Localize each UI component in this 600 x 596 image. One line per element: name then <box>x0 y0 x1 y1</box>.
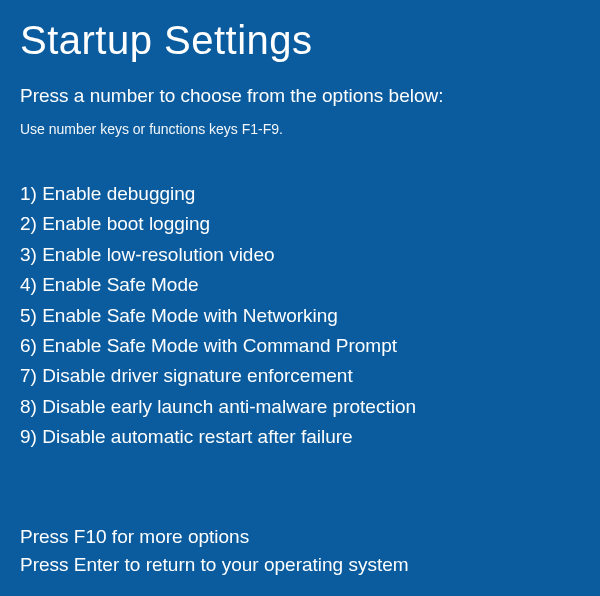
option-label: Disable early launch anti-malware protec… <box>42 396 416 417</box>
option-enable-low-resolution-video[interactable]: 3) Enable low-resolution video <box>20 240 580 270</box>
option-label: Enable Safe Mode with Command Prompt <box>42 335 397 356</box>
option-label: Enable boot logging <box>42 213 210 234</box>
option-disable-early-launch-antimalware[interactable]: 8) Disable early launch anti-malware pro… <box>20 392 580 422</box>
more-options-hint: Press F10 for more options <box>20 523 580 552</box>
key-hint-text: Use number keys or functions keys F1-F9. <box>20 121 580 137</box>
option-label: Enable low-resolution video <box>42 244 274 265</box>
option-label: Disable driver signature enforcement <box>42 365 353 386</box>
option-label: Disable automatic restart after failure <box>42 426 352 447</box>
option-number: 8 <box>20 396 31 417</box>
instruction-text: Press a number to choose from the option… <box>20 85 580 107</box>
option-number: 5 <box>20 305 31 326</box>
option-label: Enable Safe Mode <box>42 274 198 295</box>
startup-options-list: 1) Enable debugging 2) Enable boot loggi… <box>20 179 580 453</box>
option-number: 9 <box>20 426 31 447</box>
option-number: 4 <box>20 274 31 295</box>
page-title: Startup Settings <box>20 18 580 63</box>
option-enable-debugging[interactable]: 1) Enable debugging <box>20 179 580 209</box>
option-label: Enable Safe Mode with Networking <box>42 305 338 326</box>
return-hint: Press Enter to return to your operating … <box>20 551 580 580</box>
option-enable-boot-logging[interactable]: 2) Enable boot logging <box>20 209 580 239</box>
option-enable-safe-mode-command-prompt[interactable]: 6) Enable Safe Mode with Command Prompt <box>20 331 580 361</box>
option-disable-automatic-restart[interactable]: 9) Disable automatic restart after failu… <box>20 422 580 452</box>
option-number: 7 <box>20 365 31 386</box>
option-number: 3 <box>20 244 31 265</box>
option-disable-driver-signature-enforcement[interactable]: 7) Disable driver signature enforcement <box>20 361 580 391</box>
option-enable-safe-mode[interactable]: 4) Enable Safe Mode <box>20 270 580 300</box>
option-number: 2 <box>20 213 31 234</box>
option-label: Enable debugging <box>42 183 195 204</box>
option-enable-safe-mode-networking[interactable]: 5) Enable Safe Mode with Networking <box>20 301 580 331</box>
option-number: 1 <box>20 183 31 204</box>
option-number: 6 <box>20 335 31 356</box>
